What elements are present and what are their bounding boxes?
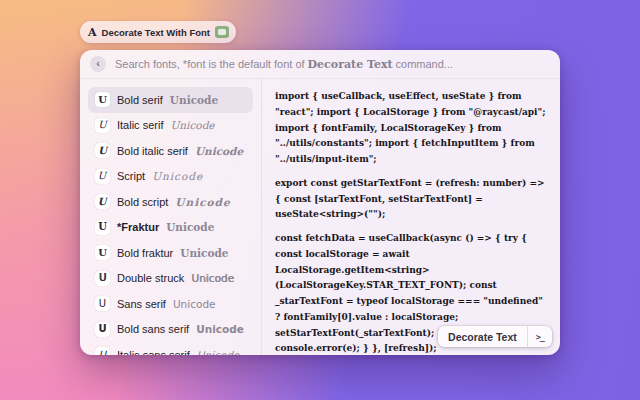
- back-chevron-icon: ‹: [96, 58, 100, 69]
- unicode-tag: Unicode: [152, 170, 203, 182]
- font-list-item[interactable]: U Bold serif Unicode: [88, 87, 253, 113]
- font-letter-icon: U: [95, 245, 110, 260]
- font-letter-icon: U: [95, 194, 110, 209]
- font-list-item[interactable]: U Italic sans serif Unicode: [88, 342, 253, 355]
- font-label: *Fraktur: [117, 221, 159, 233]
- font-letter-icon: U: [95, 169, 110, 184]
- font-letter-icon: U: [95, 322, 110, 337]
- font-label: Bold fraktur: [117, 247, 173, 259]
- unicode-tag: Unicode: [173, 298, 216, 310]
- font-letter-icon: U: [95, 271, 110, 286]
- window-content: U Bold serif Unicode U Italic serif Unic…: [80, 79, 560, 355]
- font-label: Bold script: [117, 196, 168, 208]
- font-list-item[interactable]: U *Fraktur Unicode: [88, 215, 253, 241]
- unicode-tag: Unicode: [175, 196, 230, 208]
- font-letter-icon: U: [95, 296, 110, 311]
- font-list-item[interactable]: U Bold fraktur Unicode: [88, 240, 253, 266]
- action-button[interactable]: Decorate Text >_: [438, 326, 552, 347]
- search-placeholder-prefix: Search fonts, *font is the default font …: [115, 58, 305, 70]
- font-list-item[interactable]: U Script Unicode: [88, 164, 253, 190]
- back-button[interactable]: ‹: [90, 56, 106, 72]
- search-placeholder-suffix: command...: [396, 58, 453, 70]
- extension-icon: A: [88, 27, 97, 38]
- font-letter-icon: U: [95, 220, 110, 235]
- font-label: Script: [117, 170, 145, 182]
- command-title: Decorate Text With Font: [102, 27, 210, 38]
- font-label: Italic serif: [117, 119, 163, 131]
- font-list-item[interactable]: U Bold italic serif Unicode: [88, 138, 253, 164]
- font-label: Sans serif: [117, 298, 166, 310]
- font-list-item[interactable]: U Bold sans serif Unicode: [88, 317, 253, 343]
- unicode-tag: Unicode: [170, 94, 218, 106]
- font-letter-icon: U: [95, 118, 110, 133]
- unicode-tag: Unicode: [180, 247, 228, 259]
- font-label: Italic sans serif: [117, 349, 190, 355]
- unicode-tag: Unicode: [166, 221, 214, 234]
- code-paragraph: import { useCallback, useEffect, useStat…: [275, 89, 547, 168]
- font-letter-icon: U: [95, 347, 110, 355]
- unicode-tag: Unicode: [197, 349, 240, 355]
- font-letter-icon: U: [95, 143, 110, 158]
- font-list-item[interactable]: U Sans serif Unicode: [88, 291, 253, 317]
- font-label: Bold serif: [117, 94, 163, 106]
- terminal-icon[interactable]: >_: [528, 332, 552, 342]
- desktop-background: { "app": { "pill": { "icon_letter": "A",…: [0, 0, 640, 400]
- command-badge-icon: [215, 26, 229, 38]
- search-placeholder-command: Decorate Text: [308, 58, 393, 71]
- font-list-item[interactable]: U Bold script Unicode: [88, 189, 253, 215]
- font-list-item[interactable]: U Double struck Unicode: [88, 266, 253, 292]
- font-letter-icon: U: [95, 92, 110, 107]
- action-button-label: Decorate Text: [438, 331, 527, 343]
- unicode-tag: Unicode: [170, 119, 214, 131]
- unicode-tag: Unicode: [195, 145, 243, 157]
- font-label: Bold sans serif: [117, 323, 189, 335]
- search-bar: ‹ Search fonts, *font is the default fon…: [80, 50, 560, 79]
- font-label: Bold italic serif: [117, 145, 188, 157]
- detail-panel: import { useCallback, useEffect, useStat…: [262, 79, 560, 355]
- font-list-item[interactable]: U Italic serif Unicode: [88, 113, 253, 139]
- code-paragraph: export const getStarTextFont = (refresh:…: [275, 176, 547, 223]
- unicode-tag: Unicode: [196, 323, 244, 335]
- font-list: U Bold serif Unicode U Italic serif Unic…: [80, 79, 262, 355]
- unicode-tag: Unicode: [191, 272, 234, 284]
- command-pill[interactable]: A Decorate Text With Font: [80, 21, 236, 43]
- search-input[interactable]: Search fonts, *font is the default font …: [115, 58, 453, 71]
- font-label: Double struck: [117, 272, 184, 284]
- launcher-window: ‹ Search fonts, *font is the default fon…: [80, 50, 560, 355]
